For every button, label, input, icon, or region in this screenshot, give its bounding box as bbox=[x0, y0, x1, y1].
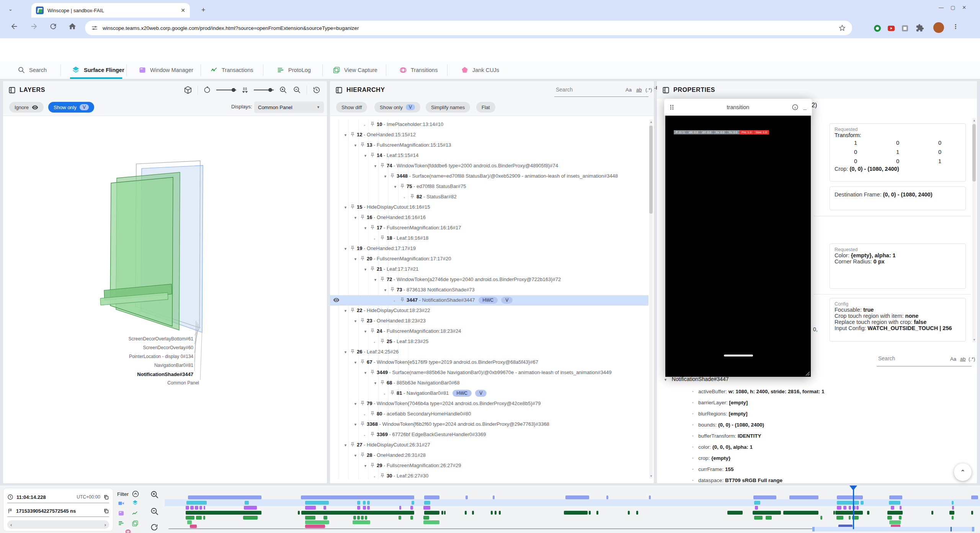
brush-handle-right[interactable] bbox=[972, 527, 974, 531]
filter-toggle[interactable]: Filter bbox=[117, 490, 139, 498]
expand-arrow-icon[interactable]: ▼ bbox=[374, 379, 380, 388]
timeline-segment[interactable] bbox=[357, 506, 360, 510]
timeline-segment[interactable] bbox=[357, 501, 360, 505]
timeline-segment[interactable] bbox=[565, 495, 589, 499]
timeline-segment[interactable] bbox=[305, 525, 325, 528]
overlay-title-bar[interactable]: transition _ bbox=[664, 99, 812, 116]
hierarchy-row-10[interactable]: ●10 - ImePlaceholder:13:14#10 bbox=[330, 119, 648, 130]
timeline-segment[interactable] bbox=[204, 506, 205, 510]
rotation-slider[interactable] bbox=[216, 90, 236, 90]
hierarchy-row-81[interactable]: ●81 - NavigationBar0#81HWCV bbox=[330, 388, 648, 399]
timeline-segment[interactable] bbox=[766, 516, 772, 520]
properties-scrollbar[interactable]: ▲ ▼ bbox=[972, 118, 976, 342]
timeline-segment[interactable] bbox=[305, 520, 329, 524]
hierarchy-row-26[interactable]: ▼26 - Leaf:24:25#26 bbox=[330, 347, 648, 357]
timeline-segment[interactable] bbox=[353, 520, 370, 524]
timeline-segment[interactable] bbox=[952, 516, 954, 520]
expand-arrow-icon[interactable]: ▼ bbox=[364, 327, 370, 337]
timeline-segment[interactable] bbox=[186, 516, 194, 520]
timeline-zoom-in[interactable] bbox=[150, 490, 159, 499]
ignore-button[interactable]: Ignore bbox=[9, 102, 44, 113]
timeline-segment[interactable] bbox=[399, 516, 401, 520]
timeline-segment[interactable] bbox=[305, 516, 315, 520]
timeline-segment[interactable] bbox=[423, 506, 430, 510]
timeline-segment[interactable] bbox=[889, 495, 902, 499]
expand-arrow-icon[interactable]: ▼ bbox=[384, 172, 390, 181]
expand-arrow-icon[interactable]: ▼ bbox=[364, 224, 370, 233]
expand-arrow-icon[interactable]: ▼ bbox=[344, 203, 350, 213]
expand-arrow-icon[interactable]: ▼ bbox=[354, 213, 360, 223]
timeline-segment[interactable] bbox=[861, 501, 864, 505]
timeline-segment[interactable] bbox=[649, 495, 651, 499]
zoom-in-icon[interactable] bbox=[279, 86, 287, 94]
timeline-segment[interactable] bbox=[889, 520, 901, 524]
spacing-slider[interactable] bbox=[254, 90, 274, 90]
timeline-segment[interactable] bbox=[195, 506, 198, 510]
regex-toggle[interactable]: (.*) bbox=[969, 356, 975, 362]
hierarchy-row-20[interactable]: ▼20 - FullscreenMagnification:17:17#20 bbox=[330, 254, 648, 264]
trace-icon-screen-recording[interactable] bbox=[118, 500, 124, 507]
frame-step-scrollbar[interactable]: ‹ › bbox=[7, 520, 109, 529]
timeline-segment[interactable] bbox=[952, 506, 954, 510]
timeline-segment[interactable] bbox=[424, 501, 430, 505]
window-controls[interactable]: —▢✕ bbox=[939, 5, 973, 10]
tab-jank-cujs[interactable]: Jank CUJs bbox=[461, 61, 499, 79]
new-tab-button[interactable]: + bbox=[201, 6, 206, 14]
hierarchy-row-3449[interactable]: ▼3449 - Surface(name=885b63e NavigationB… bbox=[330, 368, 648, 378]
hierarchy-row-3369[interactable]: ●3369 - 67726bf EdgeBackGestureHandler0#… bbox=[330, 430, 648, 440]
timeline-segment[interactable] bbox=[755, 506, 758, 510]
tab-search[interactable]: Search bbox=[18, 61, 47, 79]
property-item[interactable]: color:(0, 0, 0), alpha: 1 bbox=[657, 441, 975, 453]
hierarchy-row-25[interactable]: ●25 - Leaf:18:23#25 bbox=[330, 337, 648, 347]
timeline-segment[interactable] bbox=[971, 511, 973, 515]
timeline-segment[interactable] bbox=[190, 506, 194, 510]
timeline-segment[interactable] bbox=[367, 501, 370, 505]
brush-window[interactable] bbox=[812, 527, 974, 531]
timeline-segment[interactable] bbox=[783, 511, 818, 515]
timeline-segment[interactable] bbox=[931, 511, 933, 515]
timeline-segment[interactable] bbox=[867, 511, 869, 515]
copy-icon[interactable] bbox=[103, 494, 109, 500]
hierarchy-row-18[interactable]: ●18 - Leaf:16:16#18 bbox=[330, 233, 648, 244]
simplify-names-button[interactable]: Simplify names bbox=[426, 102, 470, 113]
expand-arrow-icon[interactable]: ▼ bbox=[354, 317, 360, 326]
properties-search-input[interactable]: Search bbox=[878, 355, 895, 361]
regex-toggle[interactable]: (.*) bbox=[645, 87, 652, 93]
property-item[interactable]: blurRegions:[empty] bbox=[657, 408, 975, 419]
tab-close-icon[interactable]: ✕ bbox=[181, 7, 185, 13]
zoom-out-icon[interactable] bbox=[293, 86, 301, 94]
timeline-segment[interactable] bbox=[399, 506, 401, 510]
trace-icon-transactions[interactable] bbox=[132, 510, 138, 517]
timeline-segment[interactable] bbox=[301, 495, 414, 499]
timeline-segment[interactable] bbox=[952, 501, 954, 505]
hierarchy-row-23[interactable]: ▼23 - OneHanded:18:23#23 bbox=[330, 316, 648, 326]
collapse-panel-icon[interactable] bbox=[335, 87, 343, 94]
hierarchy-row-19[interactable]: ▼19 - OneHanded:17:17#19 bbox=[330, 244, 648, 254]
timeline-segment[interactable] bbox=[836, 516, 843, 520]
extensions-puzzle-icon[interactable] bbox=[916, 24, 924, 32]
property-item[interactable]: bounds:(0, 0) - (1080, 2400) bbox=[657, 419, 975, 430]
timeline-segment[interactable] bbox=[363, 501, 366, 505]
timeline-segment[interactable] bbox=[441, 511, 443, 515]
timeline-segment[interactable] bbox=[849, 506, 851, 510]
tab-window-manager[interactable]: Window Manager bbox=[139, 61, 193, 79]
timeline-segment[interactable] bbox=[835, 511, 863, 515]
timeline-segment[interactable] bbox=[424, 511, 439, 515]
hierarchy-row-30[interactable]: ●30 - Leaf:26:27#30 bbox=[330, 471, 648, 481]
back-icon[interactable] bbox=[10, 22, 18, 31]
expand-arrow-icon[interactable]: ▼ bbox=[344, 131, 350, 140]
trace-icon-surface-flinger[interactable] bbox=[132, 499, 139, 506]
expand-arrow-icon[interactable]: ▼ bbox=[344, 306, 350, 316]
info-icon[interactable] bbox=[792, 104, 799, 111]
hierarchy-row-15[interactable]: ▼15 - HideDisplayCutout:16:16#15 bbox=[330, 202, 648, 213]
timeline-canvas[interactable] bbox=[165, 486, 980, 533]
timeline-segment[interactable] bbox=[789, 495, 818, 499]
timeline-segment[interactable] bbox=[186, 506, 189, 510]
timeline-segment[interactable] bbox=[589, 511, 591, 515]
timeline-segment[interactable] bbox=[754, 516, 763, 520]
timeline-segment[interactable] bbox=[606, 495, 608, 499]
timeline-segment[interactable] bbox=[301, 511, 414, 515]
timeline-segment[interactable] bbox=[754, 501, 760, 505]
hierarchy-row-72[interactable]: ▼72 - WindowToken{a2746de type=2040 andr… bbox=[330, 275, 648, 285]
timeline-segment[interactable] bbox=[636, 511, 638, 515]
